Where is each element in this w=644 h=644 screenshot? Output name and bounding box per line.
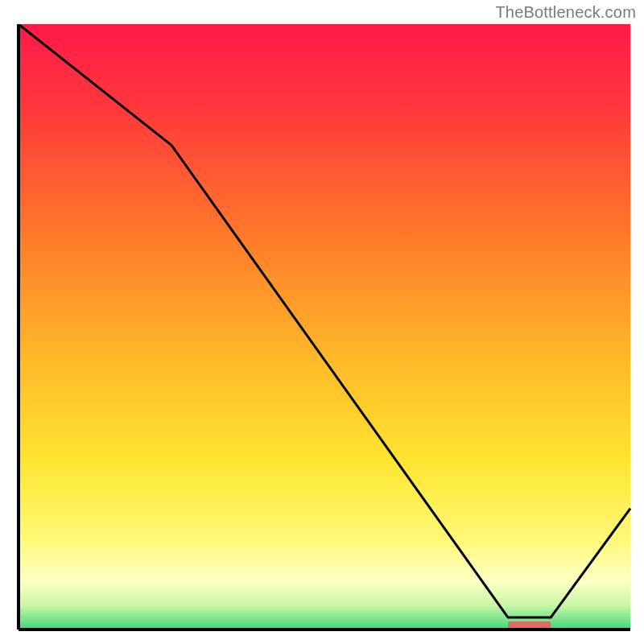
plot-background [19,24,630,630]
attribution-text: TheBottleneck.com [495,3,636,22]
bottleneck-chart [12,24,632,636]
minimum-marker [508,621,551,628]
chart-svg [12,24,632,636]
